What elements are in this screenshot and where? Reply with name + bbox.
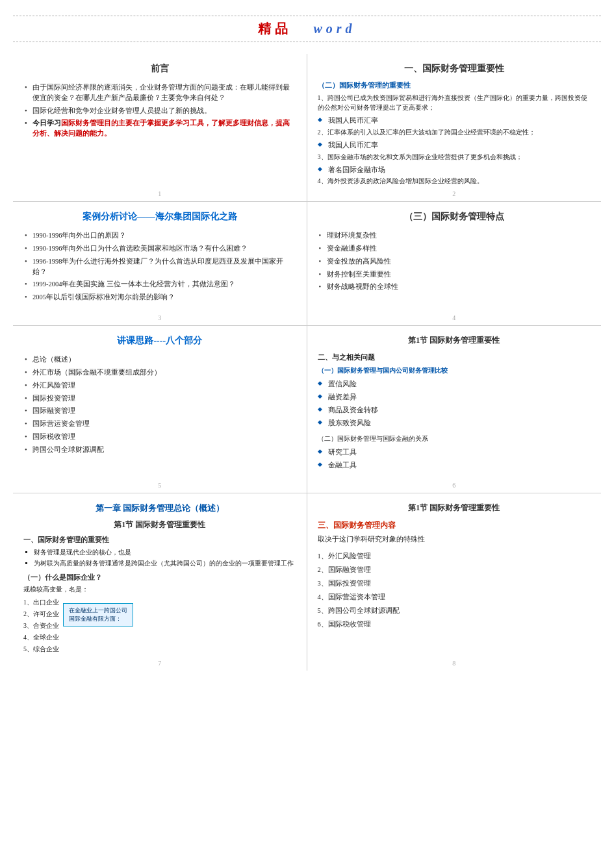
slide7-sub-desc: 规模较高变量，名是： xyxy=(23,585,296,594)
slide7-type1: 1、出口企业 xyxy=(23,597,59,608)
slide4-b2: 资金融通多样性 xyxy=(318,242,591,255)
slide4-title: （三）国际财务管理特点 xyxy=(318,211,591,223)
slide1-bullet-2: 国际化经营和竞争对企业财务管理人员提出了新的挑战。 xyxy=(23,105,296,118)
slide7-type4: 4、全球企业 xyxy=(23,632,59,643)
slide5-b5: 国际融资管理 xyxy=(23,404,296,417)
slide6-s2-title: （二）国际财务管理与国际金融的关系 xyxy=(318,434,591,443)
slide8-item3: 3、国际投资管理 xyxy=(318,577,591,590)
slide-row-1: 前言 由于国际间经济界限的逐渐消失，企业财务管理方面的问题变成：在哪儿能得到最便… xyxy=(13,54,601,202)
slide2-d2: 我国人民币汇率 xyxy=(318,139,591,152)
slide2-item4: 4、海外投资涉及的政治风险会增加国际企业经营的风险。 xyxy=(318,176,591,186)
slide-zhongyaoxing: 一、国际财务管理重要性 （二）国际财务管理的重要性 1、跨国公司已成为投资国际贸… xyxy=(307,54,602,201)
header-bottom-line xyxy=(13,42,601,42)
slide1-pagenum: 1 xyxy=(158,190,161,197)
page-wrapper: 精品 word 前言 由于国际间经济界限的逐渐消失，企业财务管理方面的问题变成：… xyxy=(0,0,614,868)
slide1-bullet-1: 由于国际间经济界限的逐渐消失，企业财务管理方面的问题变成：在哪儿能得到最便宜的资… xyxy=(23,81,296,105)
slide2-diamond3: 著名国际金融市场 xyxy=(318,164,591,177)
slide7-main-title: 一、国际财务管理的重要性 xyxy=(23,536,296,545)
slide1-bullets: 由于国际间经济界限的逐渐消失，企业财务管理方面的问题变成：在哪儿能得到最便宜的资… xyxy=(23,81,296,140)
slide4-b5: 财务战略视野的全球性 xyxy=(318,280,591,293)
slide6-section1: （一）国际财务管理与国内公司财务管理比较 置信风险 融资差异 商品及资金转移 股… xyxy=(318,366,591,429)
slide5-title: 讲课思路----八个部分 xyxy=(23,335,296,347)
slide3-bullets: 1990-1996年向外出口的原因？ 1990-1996年向外出口为什么首选欧美… xyxy=(23,229,296,304)
slide6-s1-title: （一）国际财务管理与国内公司财务管理比较 xyxy=(318,366,591,375)
slide8-pagenum: 8 xyxy=(452,660,455,667)
slide3-b4: 1999-2004年在美国实施 三位一体本土化经营方针，其做法意图？ xyxy=(23,278,296,291)
slide6-title: 第1节 国际财务管理重要性 xyxy=(318,335,591,346)
slide7-sq-list: 财务管理是现代企业的核心，也是 为树联为高质量的财务管理通常是跨国企业（尤其跨国… xyxy=(23,547,296,568)
slide3-b3: 1996-1998年为什么进行海外投资建厂？为什么首选从印度尼西亚及发展中国家开… xyxy=(23,255,296,279)
slide5-b1: 总论（概述） xyxy=(23,353,296,366)
slide8-item1: 1、外汇风险管理 xyxy=(318,549,591,563)
slide2-item3: 3、国际金融市场的发化和文系为国际企业经营提供了更多机会和挑战； xyxy=(318,152,591,162)
slide3-title: 案例分析讨论——海尔集团国际化之路 xyxy=(23,211,296,223)
slide1-bullet-3: 今日学习国际财务管理目的主要在于掌握更多学习工具，了解更多理财信息，提高分析、解… xyxy=(23,117,296,140)
slide5-b7: 国际税收管理 xyxy=(23,430,296,443)
slide6-s2-i1: 研究工具 xyxy=(318,446,591,459)
slide1-title: 前言 xyxy=(23,63,296,75)
header-top-line xyxy=(13,16,601,16)
slide3-b1: 1990-1996年向外出口的原因？ xyxy=(23,229,296,242)
slide8-title: 第1节 国际财务管理重要性 xyxy=(318,502,591,514)
slide3-b2: 1990-1996年向外出口为什么首选欧美国家和地区市场？有什么困难？ xyxy=(23,242,296,255)
slide2-diamond1: 我国人民币汇率 xyxy=(318,114,591,127)
slide-tedian: （三）国际财务管理特点 理财环境复杂性 资金融通多样性 资金投放的高风险性 财务… xyxy=(307,202,602,325)
slide2-subtitle: （二）国际财务管理的重要性 xyxy=(318,81,591,90)
slide7-sub-title: （一）什么是国际企业？ xyxy=(23,573,296,582)
slide6-s1-i4: 股东致资风险 xyxy=(318,417,591,430)
slide7-type5: 5、综合企业 xyxy=(23,643,59,655)
slide3-b5: 2005年以后引领国际标准对海尔前景的影响？ xyxy=(23,291,296,304)
slide7-type3: 3、合资企业 xyxy=(23,620,59,632)
slide8-item4: 4、国际营运资本管理 xyxy=(318,590,591,604)
slide7-chapter-title: 第一章 国际财务管理总论（概述） xyxy=(23,502,296,514)
slide4-b4: 财务控制至关重要性 xyxy=(318,268,591,281)
slide7-info-box: 在金融业上一跨国公司国际金融有限方面： xyxy=(63,603,133,626)
slide5-b6: 国际营运资金管理 xyxy=(23,417,296,430)
slide-neirong: 第1节 国际财务管理重要性 三、国际财务管理内容 取决于这门学科研究对象的特殊性… xyxy=(307,493,602,671)
slide7-sq-1: 财务管理是现代企业的核心，也是 xyxy=(34,547,296,557)
slide2-item1: 1、跨国公司已成为投资国际贸易和进行海外直接投资（生产国际化）的重要力量，跨国投… xyxy=(318,93,591,112)
slide6-s1-i1: 置信风险 xyxy=(318,378,591,391)
slide8-intro: 取决于这门学科研究对象的特殊性 xyxy=(318,535,591,544)
slide6-s1-i2: 融资差异 xyxy=(318,391,591,404)
slide8-main-title: 三、国际财务管理内容 xyxy=(318,520,591,531)
slide7-types-list: 1、出口企业 2、许可企业 3、合资企业 4、全球企业 5、综合企业 xyxy=(23,597,59,655)
slide6-pagenum: 6 xyxy=(452,482,455,489)
slide4-b3: 资金投放的高风险性 xyxy=(318,255,591,268)
slide6-s1-i3: 商品及资金转移 xyxy=(318,404,591,417)
slide4-bullets: 理财环境复杂性 资金融通多样性 资金投放的高风险性 财务控制至关重要性 财务战略… xyxy=(318,229,591,293)
slide5-b2: 外汇市场（国际金融不境重要组成部分） xyxy=(23,366,296,379)
slide6-s1-items: 置信风险 融资差异 商品及资金转移 股东致资风险 xyxy=(318,378,591,429)
slide4-b1: 理财环境复杂性 xyxy=(318,229,591,242)
slide2-d3: 著名国际金融市场 xyxy=(318,164,591,177)
slide8-item5: 5、跨国公司全球财源调配 xyxy=(318,604,591,617)
slide-zhonglun: 第一章 国际财务管理总论（概述） 第1节 国际财务管理重要性 一、国际财务管理的… xyxy=(13,493,307,671)
slide8-items-list: 1、外汇风险管理 2、国际融资管理 3、国际投资管理 4、国际营运资本管理 5、… xyxy=(318,549,591,631)
slide4-pagenum: 4 xyxy=(452,314,455,321)
slide8-item2: 2、国际融资管理 xyxy=(318,563,591,577)
slide5-bullets: 总论（概述） 外汇市场（国际金融不境重要组成部分） 外汇风险管理 国际投资管理 … xyxy=(23,353,296,456)
slide-row-4: 第一章 国际财务管理总论（概述） 第1节 国际财务管理重要性 一、国际财务管理的… xyxy=(13,493,601,671)
slide7-content: 一、国际财务管理的重要性 财务管理是现代企业的核心，也是 为树联为高质量的财务管… xyxy=(23,536,296,655)
slide2-item2: 2、汇率体系的引入以及汇率的巨大波动加了跨国企业经营环境的不稳定性； xyxy=(318,127,591,137)
slide-row-3: 讲课思路----八个部分 总论（概述） 外汇市场（国际金融不境重要组成部分） 外… xyxy=(13,326,601,493)
slide7-sq-2: 为树联为高质量的财务管理通常是跨国企业（尤其跨国公司）的的金业的一项重要管理工作 xyxy=(34,558,296,568)
slide2-content: 1、跨国公司已成为投资国际贸易和进行海外直接投资（生产国际化）的重要力量，跨国投… xyxy=(318,93,591,186)
slide7-section-title: 第1节 国际财务管理重要性 xyxy=(23,519,296,530)
slide2-d1: 我国人民币汇率 xyxy=(318,114,591,127)
title-jingpin: 精品 xyxy=(258,21,292,36)
page-header: 精品 word xyxy=(13,6,601,54)
slide5-b4: 国际投资管理 xyxy=(23,392,296,405)
slide6-s2-items: 研究工具 金融工具 xyxy=(318,446,591,472)
slide2-diamond2: 我国人民币汇率 xyxy=(318,139,591,152)
slide2-title: 一、国际财务管理重要性 xyxy=(318,63,591,75)
slide-row-2: 案例分析讨论——海尔集团国际化之路 1990-1996年向外出口的原因？ 199… xyxy=(13,202,601,326)
slide-jiangsilu: 讲课思路----八个部分 总论（概述） 外汇市场（国际金融不境重要组成部分） 外… xyxy=(13,326,307,493)
slide7-pagenum: 7 xyxy=(158,660,161,667)
slide2-pagenum: 2 xyxy=(452,190,455,197)
slide6-section2: （二）国际财务管理与国际金融的关系 研究工具 金融工具 xyxy=(318,434,591,472)
slide6-subtitle: 二、与之相关问题 xyxy=(318,353,591,362)
slide5-b3: 外汇风险管理 xyxy=(23,379,296,392)
slide5-pagenum: 5 xyxy=(158,482,161,489)
slide-xiangguanwenti: 第1节 国际财务管理重要性 二、与之相关问题 （一）国际财务管理与国内公司财务管… xyxy=(307,326,602,493)
